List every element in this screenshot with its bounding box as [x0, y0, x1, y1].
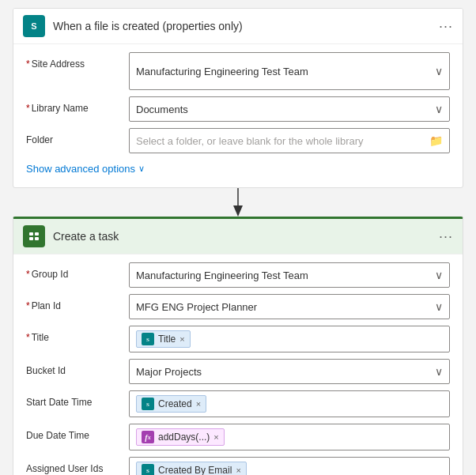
assigned-users-row: Assigned User Ids S Created By Email × — [26, 457, 450, 475]
trigger-card-body: *Site Address Manufacturing Engineering … — [13, 44, 463, 187]
folder-label: Folder — [26, 128, 129, 145]
assigned-users-input[interactable]: S Created By Email × — [129, 457, 450, 475]
created-by-email-token-close[interactable]: × — [236, 466, 240, 475]
created-token-label: Created — [158, 398, 192, 409]
adddays-token-label: addDays(...) — [158, 432, 210, 443]
group-id-label: *Group Id — [26, 262, 129, 280]
bucket-id-dropdown-arrow: ∨ — [435, 365, 443, 378]
title-token-close[interactable]: × — [179, 335, 184, 344]
start-date-label: Start Date Time — [26, 390, 129, 408]
svg-rect-5 — [29, 232, 33, 236]
title-token-sp-icon: S — [142, 333, 154, 345]
planner-logo-icon — [27, 229, 41, 243]
site-address-required-marker: * — [26, 58, 30, 70]
sharepoint-trigger-icon: S — [23, 15, 45, 37]
down-arrow-icon — [230, 188, 246, 217]
due-date-row: Due Date Time fx addDays(...) × — [26, 424, 450, 450]
library-name-label: *Library Name — [26, 96, 129, 114]
task-title-label: *Title — [26, 326, 129, 343]
arrow-connector — [230, 188, 246, 217]
folder-browse-icon: 📁 — [429, 134, 443, 147]
action-more-options[interactable]: ··· — [439, 228, 453, 245]
due-date-label: Due Date Time — [26, 424, 129, 441]
folder-row: Folder Select a folder, or leave blank f… — [26, 128, 450, 153]
action-card-header: Create a task ··· — [13, 219, 463, 254]
show-advanced-options[interactable]: Show advanced options ∨ — [26, 160, 450, 176]
bucket-id-row: Bucket Id Major Projects ∨ — [26, 359, 450, 384]
plan-id-required-marker: * — [26, 300, 30, 311]
plan-id-label: *Plan Id — [26, 294, 129, 311]
site-address-dropdown-arrow: ∨ — [435, 65, 443, 77]
trigger-title: When a file is created (properties only) — [53, 20, 439, 32]
adddays-token-fx-icon: fx — [142, 431, 154, 443]
svg-rect-7 — [29, 237, 33, 240]
task-title-row: *Title S Title × — [26, 326, 450, 352]
group-id-dropdown-arrow: ∨ — [435, 269, 443, 281]
start-date-row: Start Date Time S Created × — [26, 390, 450, 417]
library-name-input[interactable]: Documents ∨ — [129, 96, 450, 122]
trigger-card-header: S When a file is created (properties onl… — [13, 9, 463, 44]
bucket-id-value: Major Projects — [136, 366, 202, 378]
show-advanced-chevron-icon: ∨ — [138, 164, 145, 174]
adddays-token-close[interactable]: × — [213, 433, 218, 442]
svg-text:S: S — [31, 21, 36, 31]
assigned-users-label: Assigned User Ids — [26, 457, 129, 474]
plan-id-value: MFG ENG Project Planner — [136, 301, 257, 313]
sharepoint-logo-icon: S — [27, 19, 41, 33]
bucket-id-label: Bucket Id — [26, 359, 129, 376]
created-token-sp-icon: S — [142, 398, 154, 410]
created-token-close[interactable]: × — [196, 400, 201, 409]
plan-id-row: *Plan Id MFG ENG Project Planner ∨ — [26, 294, 450, 319]
show-advanced-label: Show advanced options — [26, 163, 135, 175]
group-id-value: Manufacturing Engineering Test Team — [136, 270, 308, 281]
created-by-email-token-label: Created By Email — [158, 465, 232, 475]
task-title-required-marker: * — [26, 332, 30, 343]
svg-text:S: S — [146, 337, 149, 343]
plan-id-input[interactable]: MFG ENG Project Planner ∨ — [129, 294, 450, 319]
group-id-row: *Group Id Manufacturing Engineering Test… — [26, 262, 450, 288]
svg-rect-4 — [27, 229, 41, 243]
action-title: Create a task — [53, 230, 439, 243]
site-address-label: *Site Address — [26, 52, 129, 70]
svg-rect-6 — [35, 232, 39, 236]
site-address-input[interactable]: Manufacturing Engineering Test Team ∨ — [129, 52, 450, 90]
trigger-card: S When a file is created (properties onl… — [13, 8, 463, 188]
svg-marker-3 — [233, 205, 243, 217]
task-title-input[interactable]: S Title × — [129, 326, 450, 352]
library-name-dropdown-arrow: ∨ — [435, 103, 443, 115]
svg-rect-8 — [35, 237, 39, 240]
library-name-row: *Library Name Documents ∨ — [26, 96, 450, 122]
title-token: S Title × — [136, 330, 191, 348]
plan-id-dropdown-arrow: ∨ — [435, 300, 443, 313]
library-name-value: Documents — [136, 104, 188, 115]
library-name-required-marker: * — [26, 103, 30, 114]
bucket-id-input[interactable]: Major Projects ∨ — [129, 359, 450, 384]
folder-placeholder: Select a folder, or leave blank for the … — [136, 135, 364, 147]
title-token-label: Title — [158, 334, 176, 345]
planner-action-icon — [23, 225, 45, 247]
adddays-token: fx addDays(...) × — [136, 428, 225, 446]
site-address-value: Manufacturing Engineering Test Team — [136, 66, 308, 77]
group-id-input[interactable]: Manufacturing Engineering Test Team ∨ — [129, 262, 450, 288]
svg-text:S: S — [146, 468, 149, 474]
trigger-more-options[interactable]: ··· — [439, 18, 453, 35]
due-date-input[interactable]: fx addDays(...) × — [129, 424, 450, 450]
folder-input[interactable]: Select a folder, or leave blank for the … — [129, 128, 450, 153]
action-card-body: *Group Id Manufacturing Engineering Test… — [13, 254, 463, 475]
site-address-row: *Site Address Manufacturing Engineering … — [26, 52, 450, 90]
action-card: Create a task ··· *Group Id Manufacturin… — [13, 217, 463, 475]
created-by-email-token: S Created By Email × — [136, 462, 247, 475]
created-token: S Created × — [136, 395, 206, 413]
start-date-input[interactable]: S Created × — [129, 390, 450, 417]
svg-text:S: S — [146, 401, 149, 408]
group-id-required-marker: * — [26, 269, 30, 280]
created-by-email-token-sp-icon: S — [142, 464, 154, 475]
